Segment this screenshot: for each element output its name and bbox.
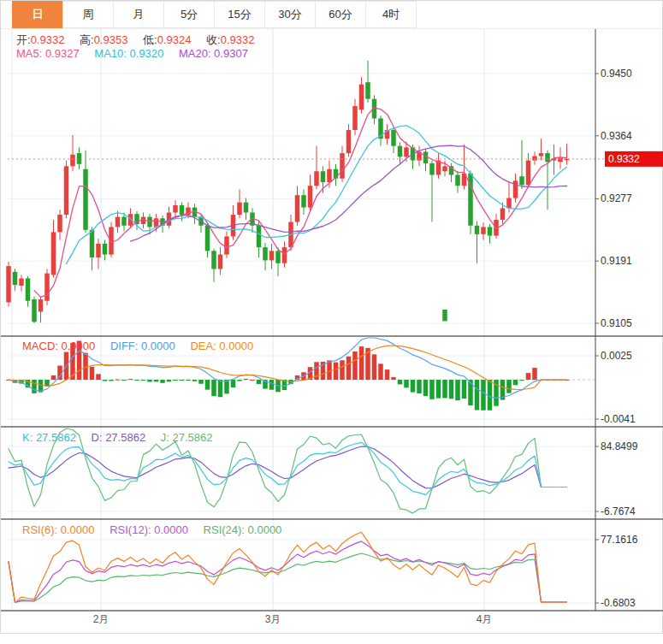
y-axis-label: 0.9450 <box>601 68 632 80</box>
tab-week[interactable]: 周 <box>62 1 114 28</box>
y-axis-label: 0.9277 <box>601 192 632 204</box>
tab-15min[interactable]: 15分 <box>214 1 265 28</box>
x-axis-label: 3月 <box>265 613 281 625</box>
tab-5min[interactable]: 5分 <box>163 1 215 28</box>
y-axis-label: 0.9105 <box>601 317 632 329</box>
outlier-bar <box>442 310 447 322</box>
chart-widget: 日 周 月 5分 15分 30分 60分 4时 开:0.9332 高:0.935… <box>0 0 663 634</box>
kdj-lines <box>9 428 567 513</box>
panel-dividers <box>1 29 663 611</box>
x-axis-label: 2月 <box>93 613 110 625</box>
y-axis-label: 0.9191 <box>601 255 632 267</box>
tab-30min[interactable]: 30分 <box>264 1 316 28</box>
rsi-lines <box>9 532 567 602</box>
macd-histogram <box>6 341 569 411</box>
tab-month[interactable]: 月 <box>113 1 164 28</box>
timeframe-tabbar: 日 周 月 5分 15分 30分 60分 4时 <box>1 1 662 29</box>
current-price-label: 0.9332 <box>608 153 640 165</box>
x-axis-label: 4月 <box>477 613 493 625</box>
y-axis-label: -6.7674 <box>601 505 636 517</box>
tab-day[interactable]: 日 <box>12 1 63 28</box>
gridlines <box>8 29 595 611</box>
y-axis-label: 84.8499 <box>601 440 638 452</box>
y-axis-labels: 0.94500.93640.92770.91910.91050.0025-0.0… <box>595 68 638 609</box>
y-axis-label: 77.1616 <box>601 534 638 546</box>
tab-60min[interactable]: 60分 <box>315 1 366 28</box>
current-price-badge: 0.9332 <box>605 151 663 167</box>
y-axis-label: -0.0041 <box>601 413 636 425</box>
y-axis-label: 0.0025 <box>601 350 632 362</box>
y-axis-label: 0.9364 <box>601 130 632 142</box>
x-axis-labels: 2月3月4月 <box>93 613 493 625</box>
chart-canvas[interactable]: 0.94500.93640.92770.91910.91050.0025-0.0… <box>1 29 663 635</box>
y-axis-label: -0.6803 <box>601 597 636 609</box>
tab-4hour[interactable]: 4时 <box>365 1 417 28</box>
